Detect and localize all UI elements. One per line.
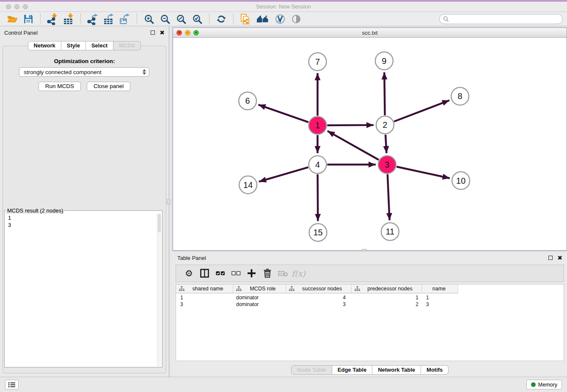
svg-text:2: 2	[383, 120, 387, 130]
unselect-all-icon[interactable]	[228, 271, 244, 276]
result-scrollbar[interactable]	[157, 214, 161, 366]
table-cell[interactable]: 4	[286, 295, 352, 301]
memory-button[interactable]: Memory	[526, 380, 562, 389]
column-header-successor-nodes[interactable]: successor nodes	[286, 284, 352, 293]
vertical-splitter-grip[interactable]	[167, 199, 171, 204]
table-row[interactable]: 1dominator411	[176, 294, 564, 301]
zoom-out-icon[interactable]	[159, 13, 171, 25]
tab-edge-table[interactable]: Edge Table	[332, 365, 372, 375]
close-table-panel-icon[interactable]: ✖	[557, 255, 562, 261]
tab-network-table[interactable]: Network Table	[372, 365, 421, 375]
tab-mcds[interactable]: MCDS	[113, 41, 141, 50]
edge-4-15[interactable]	[318, 174, 318, 221]
table-cell[interactable]: 1	[422, 295, 458, 301]
birdseye-view-icon[interactable]	[255, 13, 270, 25]
zoom-fit-icon[interactable]	[175, 13, 187, 25]
edge-1-6[interactable]	[259, 105, 308, 122]
export-image-icon[interactable]	[118, 13, 131, 25]
edge-2-3[interactable]	[385, 135, 386, 153]
table-cell[interactable]: 3	[176, 301, 233, 307]
import-network-icon[interactable]	[46, 13, 59, 25]
float-table-panel-icon[interactable]	[548, 256, 553, 260]
table-cell[interactable]: dominator	[233, 301, 286, 307]
task-history-button[interactable]	[5, 380, 19, 389]
column-header-predecessor-nodes[interactable]: predecessor nodes	[352, 284, 422, 293]
open-file-icon[interactable]	[6, 13, 19, 25]
table-cell[interactable]: 2	[352, 301, 422, 307]
network-graph[interactable]: 1234678910111415	[173, 38, 567, 250]
tab-style[interactable]: Style	[61, 41, 86, 50]
zoom-in-icon[interactable]	[143, 13, 155, 25]
column-header-name[interactable]: name	[422, 284, 458, 293]
table-cell[interactable]: 1	[176, 295, 233, 301]
edge-3-1[interactable]	[328, 131, 379, 160]
node-6[interactable]: 6	[239, 92, 256, 110]
node-9[interactable]: 9	[375, 52, 393, 70]
network-maximize-button[interactable]: +	[193, 30, 199, 36]
attribute-icon	[352, 286, 360, 291]
column-header-mcds-role[interactable]: MCDS role	[233, 284, 286, 293]
node-8[interactable]: 8	[451, 88, 469, 105]
tab-node-table[interactable]: Node Table	[291, 365, 332, 375]
edge-3-10[interactable]	[396, 167, 450, 178]
close-panel-icon[interactable]: ✖	[160, 30, 165, 36]
table-cell[interactable]: 3	[422, 301, 458, 307]
graphics-details-icon[interactable]	[290, 13, 303, 25]
table-cell[interactable]: 3	[286, 301, 352, 307]
node-2[interactable]: 2	[376, 116, 394, 134]
run-mcds-button[interactable]: Run MCDS	[39, 82, 81, 91]
node-10[interactable]: 10	[452, 172, 470, 190]
column-header-shared-name[interactable]: shared name	[176, 284, 233, 293]
tab-motifs[interactable]: Motifs	[421, 365, 449, 375]
memory-status-icon	[531, 382, 536, 387]
table-settings-gear-icon[interactable]: ⚙	[181, 268, 197, 279]
criterion-select[interactable]: strongly connected component	[19, 67, 149, 77]
table-row[interactable]: 3dominator323	[176, 301, 564, 308]
close-panel-button[interactable]: Close panel	[87, 82, 130, 91]
edge-4-14[interactable]	[259, 167, 308, 182]
app-titlebar: Session: New Session	[0, 2, 567, 12]
delete-row-icon[interactable]	[259, 269, 275, 278]
add-row-icon[interactable]	[244, 269, 259, 277]
edge-2-8[interactable]	[394, 100, 449, 121]
table-cell[interactable]: dominator	[233, 295, 286, 301]
edge-3-11[interactable]	[388, 174, 390, 221]
node-14[interactable]: 14	[239, 176, 257, 194]
node-7[interactable]: 7	[309, 53, 327, 71]
svg-text:11: 11	[385, 227, 394, 236]
table-cell[interactable]: 1	[352, 295, 422, 301]
node-4[interactable]: 4	[309, 156, 327, 174]
node-11[interactable]: 11	[381, 223, 399, 240]
toolbar-separator	[137, 14, 137, 25]
clone-network-icon[interactable]	[239, 13, 252, 25]
float-panel-icon[interactable]	[151, 30, 155, 35]
delete-column-icon	[275, 270, 291, 277]
network-close-button[interactable]: ✕	[176, 30, 182, 36]
tab-select[interactable]: Select	[86, 41, 113, 50]
column-header-label: shared name	[184, 286, 233, 292]
zoom-selected-icon[interactable]	[191, 13, 204, 25]
export-table-icon[interactable]	[102, 13, 115, 25]
network-canvas[interactable]: 1234678910111415	[173, 38, 567, 250]
horizontal-splitter-grip[interactable]	[362, 249, 367, 251]
save-session-icon[interactable]	[22, 13, 35, 25]
node-1[interactable]: 1	[309, 116, 327, 134]
vizmapper-icon[interactable]	[274, 13, 286, 25]
export-network-icon[interactable]	[86, 13, 99, 25]
svg-text:9: 9	[382, 56, 386, 66]
import-table-icon[interactable]	[62, 13, 75, 25]
edge-1-2[interactable]	[327, 125, 374, 125]
show-columns-icon[interactable]	[197, 269, 212, 278]
network-minimize-button[interactable]: −	[185, 30, 190, 36]
search-input[interactable]	[439, 14, 563, 24]
network-window-titlebar[interactable]: ✕ − + scc.txt	[173, 28, 567, 38]
apply-layout-icon[interactable]	[215, 13, 228, 25]
tab-network[interactable]: Network	[28, 41, 61, 50]
mcds-result-title: MCDS result (2 nodes)	[6, 207, 64, 214]
edge-2-9[interactable]	[384, 72, 385, 116]
node-3[interactable]: 3	[378, 156, 396, 174]
mcds-result-text[interactable]: 1 3	[6, 214, 157, 366]
node-15[interactable]: 15	[309, 224, 327, 241]
table-toolbar: ⚙ f(x)	[176, 265, 564, 282]
select-all-icon[interactable]	[212, 271, 228, 276]
